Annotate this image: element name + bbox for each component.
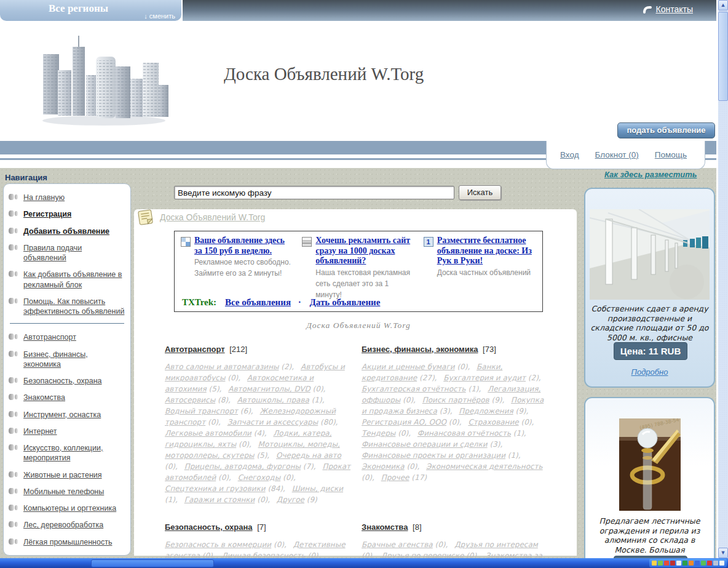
vertical-scrollbar[interactable]: ▲ ▼ bbox=[718, 0, 728, 558]
subcategory-link[interactable]: Бухгалтерия и аудит bbox=[443, 374, 526, 382]
sidebar-item[interactable]: Добавить объявление bbox=[9, 226, 125, 236]
category-link[interactable]: Безопасность, охрана bbox=[165, 522, 253, 532]
sidebar-link[interactable]: Интернет bbox=[23, 426, 57, 436]
sidebar-item[interactable]: Бизнес, финансы, экономика bbox=[9, 350, 125, 370]
tray-icon[interactable] bbox=[670, 561, 675, 566]
tray-icon[interactable] bbox=[689, 561, 694, 566]
scroll-up-arrow[interactable]: ▲ bbox=[718, 0, 728, 10]
sidebar-link[interactable]: Искусство, коллекции, мероприятия bbox=[23, 443, 125, 463]
sidebar-link[interactable]: Инструмент, оснастка bbox=[23, 410, 101, 420]
sidebar-item[interactable]: Лёгкая промышленность bbox=[9, 537, 125, 547]
tray-icon[interactable] bbox=[652, 561, 657, 566]
subcategory-link[interactable]: Друзья по интересам bbox=[454, 540, 538, 549]
tray-icon[interactable] bbox=[682, 561, 687, 566]
sidebar-link[interactable]: Мобильные телефоны bbox=[23, 487, 104, 497]
taskbar-app-button[interactable] bbox=[91, 559, 214, 567]
subcategory-link[interactable]: Предложения bbox=[459, 407, 513, 415]
details-link[interactable]: Подробно bbox=[585, 367, 714, 377]
tray-icon[interactable] bbox=[713, 561, 718, 566]
category-link[interactable]: Автотранспорт bbox=[165, 345, 225, 354]
subcategory-link[interactable]: Спецтехника и грузовики bbox=[165, 484, 266, 493]
sidebar-link[interactable]: Регистрация bbox=[23, 209, 71, 219]
featured-ad-railing[interactable]: (495) 788-38-54 Предлагаем лестничные ог… bbox=[584, 397, 715, 568]
sidebar-item[interactable]: Помощь по сайту bbox=[9, 554, 125, 556]
sidebar-link[interactable]: Животные и растения bbox=[23, 470, 102, 480]
sidebar-item[interactable]: Животные и растения bbox=[9, 470, 125, 480]
subcategory-link[interactable]: Запчасти и аксессуары bbox=[228, 418, 318, 426]
breadcrumb-link[interactable]: Доска Объявлений W.Torg bbox=[160, 212, 265, 222]
tray-icon[interactable] bbox=[707, 561, 712, 566]
sidebar-item[interactable]: Как добавить объявление в рекламный блок bbox=[9, 270, 125, 290]
sidebar-item[interactable]: Интернет bbox=[9, 426, 125, 436]
sidebar-item[interactable]: Инструмент, оснастка bbox=[9, 410, 125, 420]
ad-title-link[interactable]: Разместите бесплатное объявление на доск… bbox=[437, 236, 536, 266]
sidebar-item[interactable]: Искусство, коллекции, мероприятия bbox=[9, 443, 125, 463]
sidebar-item[interactable]: Помощь. Как повысить эффективность объяв… bbox=[9, 297, 125, 317]
sidebar-link[interactable]: Знакомства bbox=[23, 393, 65, 402]
sidebar-link[interactable]: Помощь. Как повысить эффективность объяв… bbox=[23, 297, 125, 317]
subcategory-link[interactable]: Регистрация АО, ООО bbox=[362, 418, 446, 426]
scrollbar-thumb[interactable] bbox=[718, 12, 728, 101]
subcategory-link[interactable]: Страхование bbox=[468, 418, 518, 426]
place-ad-here-link[interactable]: Как здесь разместить bbox=[604, 170, 697, 179]
scroll-down-arrow[interactable]: ▼ bbox=[718, 548, 728, 558]
price-button[interactable]: Цена: 11 RUB bbox=[614, 342, 687, 360]
sidebar-item[interactable]: Регистрация bbox=[9, 209, 125, 219]
subcategory-link[interactable]: Брачные агенства bbox=[362, 540, 433, 549]
tray-icon[interactable] bbox=[676, 561, 681, 566]
tray-icon[interactable] bbox=[664, 561, 669, 566]
sidebar-item[interactable]: Правила подачи объявлений bbox=[9, 243, 125, 263]
sidebar-item[interactable]: Лес, деревообработка bbox=[9, 520, 125, 530]
sidebar-link[interactable]: Лес, деревообработка bbox=[23, 520, 103, 530]
subcategory-link[interactable]: Акции и ценные бумаги bbox=[362, 362, 455, 371]
subcategory-link[interactable]: Финансовые проекты и организации bbox=[362, 451, 505, 460]
subcategory-link[interactable]: Автошколы, права bbox=[237, 396, 309, 404]
sidebar-item[interactable]: Знакомства bbox=[9, 393, 125, 402]
region-change-link[interactable]: ↓ сменить bbox=[144, 12, 175, 20]
subcategory-link[interactable]: Экономика bbox=[362, 462, 405, 471]
search-input[interactable] bbox=[174, 186, 454, 199]
sidebar-link[interactable]: Лёгкая промышленность bbox=[23, 537, 112, 547]
post-ad-link[interactable]: Дать объявление bbox=[310, 297, 381, 307]
search-button[interactable]: Искать bbox=[459, 185, 501, 200]
subcategory-link[interactable]: Безопасность в коммерции bbox=[165, 540, 271, 549]
sidebar-item[interactable]: На главную bbox=[9, 193, 125, 202]
sidebar-link[interactable]: Добавить объявление bbox=[23, 226, 109, 236]
sidebar-item[interactable]: Мобильные телефоны bbox=[9, 487, 125, 497]
sidebar-link[interactable]: Правила подачи объявлений bbox=[23, 243, 125, 263]
featured-ad-warehouse[interactable]: Собственник сдает в аренду производствен… bbox=[584, 188, 715, 388]
sidebar-link[interactable]: Компьютеры и оргтехника bbox=[23, 503, 116, 513]
sidebar-link[interactable]: Автотранспорт bbox=[23, 332, 76, 342]
subcategory-link[interactable]: Легковые автомобили bbox=[165, 429, 251, 438]
sidebar-link[interactable]: Безопасность, охрана bbox=[23, 376, 102, 386]
subcategory-link[interactable]: Другое bbox=[277, 495, 304, 504]
sidebar-item[interactable]: Автотранспорт bbox=[9, 332, 125, 342]
subcategory-link[interactable]: Экономическая деятельность bbox=[426, 462, 543, 471]
subcategory-link[interactable]: Гаражи и стоянки bbox=[184, 495, 255, 504]
all-ads-link[interactable]: Все объявления bbox=[225, 297, 291, 307]
subcategory-link[interactable]: Тендеры bbox=[362, 429, 395, 438]
ad-title-link[interactable]: Хочешь рекламить сайт сразу на 1000 доск… bbox=[315, 236, 414, 266]
help-link[interactable]: Помощь bbox=[655, 150, 687, 159]
subcategory-link[interactable]: Водный транспорт bbox=[165, 407, 238, 415]
login-link[interactable]: Вход bbox=[560, 150, 579, 159]
subcategory-link[interactable]: Автомагнитолы, DVD bbox=[228, 385, 311, 393]
subcategory-link[interactable]: Очередь на авто bbox=[276, 451, 341, 460]
category-link[interactable]: Бизнес, финансы, экономика bbox=[362, 345, 478, 354]
submit-ad-button[interactable]: подать объявление bbox=[617, 122, 715, 138]
subcategory-link[interactable]: Авто салоны и автомагазины bbox=[165, 362, 279, 371]
subcategory-link[interactable]: Прицепы, автодома, фургоны bbox=[184, 462, 301, 471]
sidebar-item[interactable]: Компьютеры и оргтехника bbox=[9, 503, 125, 513]
sidebar-item[interactable]: Безопасность, охрана bbox=[9, 376, 125, 386]
sidebar-link[interactable]: На главную bbox=[23, 193, 65, 202]
subcategory-link[interactable]: Шины, диски bbox=[292, 484, 343, 493]
region-selector[interactable]: Все регионы ↓ сменить bbox=[0, 0, 181, 21]
subcategory-link[interactable]: Финансовая отчётность bbox=[417, 429, 511, 438]
notebook-link[interactable]: Блокнот (0) bbox=[595, 150, 639, 159]
subcategory-link[interactable]: Бухгалтерская отчётность bbox=[362, 385, 466, 393]
sidebar-link[interactable]: Как добавить объявление в рекламный блок bbox=[23, 270, 125, 290]
subcategory-link[interactable]: Автосервисы bbox=[165, 396, 215, 404]
subcategory-link[interactable]: Снегоходы bbox=[238, 473, 280, 482]
subcategory-link[interactable]: Прочее bbox=[381, 473, 410, 482]
subcategory-link[interactable]: Финансовые операции и сделки bbox=[362, 440, 488, 449]
